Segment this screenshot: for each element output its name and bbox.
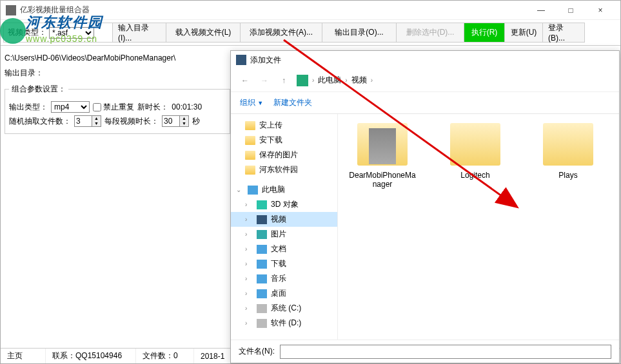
downloads-icon [257, 260, 267, 269]
status-home[interactable]: 主页 [1, 349, 46, 363]
tree-node[interactable]: 河东软件园 [259, 164, 298, 175]
nav-back-button[interactable]: ← [239, 76, 251, 85]
crumb-pc[interactable]: 此电脑 [318, 75, 341, 86]
tree-node-music[interactable]: ›音乐 [231, 271, 337, 286]
tree-node-drive-c[interactable]: ›系统 (C:) [231, 301, 337, 316]
dialog-title: 添加文件 [250, 55, 281, 66]
output-dir-button[interactable]: 输出目录(O)... [322, 23, 397, 43]
new-duration-label: 新时长： [137, 102, 168, 113]
segment-duration-unit: 秒 [192, 116, 200, 127]
input-dir-button[interactable]: 输入目录(I)... [112, 23, 166, 43]
segment-duration-label: 每段视频时长： [104, 116, 159, 127]
folder-label: Logitech [460, 171, 489, 180]
output-type-select[interactable]: mp4 [51, 101, 90, 113]
login-button[interactable]: 登录(B)... [542, 23, 585, 43]
dialog-icon [236, 55, 246, 65]
video-location-icon [297, 75, 308, 86]
tree-node-3d[interactable]: ›3D 对象 [231, 197, 337, 212]
tree-node-documents[interactable]: ›文档 [231, 242, 337, 256]
current-path: C:\Users\HD-06\Videos\DearMobiPhoneManag… [5, 51, 230, 65]
execute-button[interactable]: 执行(R) [464, 23, 505, 43]
folder-icon [245, 136, 255, 145]
app-icon [6, 5, 16, 15]
nav-forward-button[interactable]: → [258, 76, 271, 85]
video-type-select[interactable]: *.asf [49, 27, 94, 39]
expand-icon[interactable]: › [245, 231, 253, 238]
random-count-label: 随机抽取文件数： [9, 116, 71, 127]
segment-duration-stepper[interactable]: ▲▼ [162, 115, 189, 127]
tree-node-downloads[interactable]: ›下载 [231, 256, 337, 271]
video-type-group: 视频类型： *.asf [3, 23, 113, 43]
filename-input[interactable] [280, 345, 611, 359]
group-title: 组合参数设置： [9, 84, 68, 95]
folder-item[interactable]: DearMobiPhoneManager [347, 123, 418, 189]
no-repeat-checkbox[interactable]: 禁止重复 [93, 102, 134, 113]
expand-icon[interactable]: › [245, 260, 253, 267]
status-filecount: 文件数：0 [136, 349, 194, 363]
app-title: 亿彩视频批量组合器 [20, 5, 526, 15]
drive-icon [257, 319, 267, 328]
expand-icon[interactable]: › [245, 201, 253, 208]
folder-icon [245, 121, 255, 130]
new-duration-value: 00:01:30 [172, 102, 202, 111]
file-list[interactable]: DearMobiPhoneManager Logitech Plays [338, 114, 619, 340]
organize-menu[interactable]: 组织 ▼ [240, 97, 263, 108]
folder-thumbnail-icon [357, 123, 408, 166]
expand-icon[interactable]: › [245, 245, 253, 253]
combine-params-group: 组合参数设置： 输出类型： mp4 禁止重复 新时长： 00:01:30 随机抽… [5, 84, 230, 134]
delete-selected-button[interactable]: 删除选中(D)... [396, 23, 464, 43]
folder-tree[interactable]: 安上传 安下载 保存的图片 河东软件园 ⌄此电脑 ›3D 对象 ›视频 ›图片 … [231, 114, 338, 340]
update-button[interactable]: 更新(U) [504, 23, 543, 43]
tree-node-drive-d[interactable]: ›软件 (D:) [231, 316, 337, 330]
maximize-button[interactable]: □ [556, 1, 586, 20]
folder-label: Plays [558, 171, 577, 180]
tree-node-pc[interactable]: ⌄此电脑 [231, 182, 337, 197]
output-type-label: 输出类型： [9, 102, 48, 113]
folder-icon [245, 166, 255, 175]
random-count-stepper[interactable]: ▲▼ [74, 115, 101, 127]
pc-icon [248, 186, 258, 195]
add-video-button[interactable]: 添加视频文件(A)... [240, 23, 322, 43]
tree-node-pictures[interactable]: ›图片 [231, 227, 337, 242]
folder-icon [245, 151, 255, 160]
status-contact: 联系：QQ15104946 [46, 349, 136, 363]
collapse-icon[interactable]: ⌄ [236, 186, 244, 193]
music-icon [257, 274, 267, 283]
expand-icon[interactable]: › [245, 216, 253, 223]
tree-node-video[interactable]: ›视频 [231, 212, 337, 227]
status-date: 2018-1 [194, 349, 233, 363]
tree-node[interactable]: 安下载 [259, 135, 282, 146]
folder-item[interactable]: Plays [533, 123, 604, 180]
crumb-video[interactable]: 视频 [351, 75, 367, 86]
tree-node[interactable]: 安上传 [259, 120, 282, 131]
folder-item[interactable]: Logitech [440, 123, 511, 180]
expand-icon[interactable]: › [245, 275, 253, 282]
new-folder-button[interactable]: 新建文件夹 [273, 97, 312, 108]
3d-icon [257, 200, 267, 209]
add-file-dialog: 添加文件 ← → ↑ › 此电脑 › 视频 › 组织 ▼ 新建文件夹 安上传 安… [230, 50, 620, 363]
load-video-button[interactable]: 载入视频文件(L) [166, 23, 241, 43]
folder-icon [543, 123, 593, 166]
output-dir-label: 输出目录： [5, 65, 230, 81]
documents-icon [257, 245, 267, 254]
pictures-icon [257, 230, 267, 239]
tree-node-desktop[interactable]: ›桌面 [231, 286, 337, 301]
drive-icon [257, 304, 267, 313]
video-icon [257, 215, 267, 224]
folder-icon [450, 123, 500, 166]
nav-up-button[interactable]: ↑ [277, 76, 290, 85]
close-button[interactable]: × [586, 1, 615, 20]
tree-node[interactable]: 保存的图片 [259, 149, 298, 160]
minimize-button[interactable]: — [526, 1, 556, 20]
expand-icon[interactable]: › [245, 305, 253, 312]
folder-label: DearMobiPhoneManager [347, 171, 418, 189]
desktop-icon [257, 289, 267, 298]
expand-icon[interactable]: › [245, 320, 253, 327]
breadcrumb[interactable]: › 此电脑 › 视频 › [297, 75, 373, 86]
expand-icon[interactable]: › [245, 290, 253, 297]
video-type-label: 视频类型： [8, 27, 46, 38]
filename-label: 文件名(N): [239, 346, 275, 357]
